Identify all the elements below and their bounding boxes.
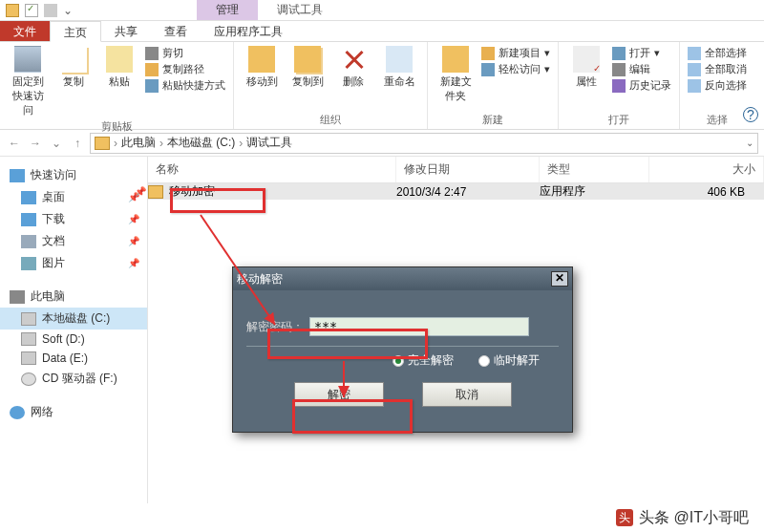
edit-button[interactable]: 编辑 xyxy=(612,62,671,76)
crumb-local-c[interactable]: 本地磁盘 (C:) xyxy=(167,135,235,151)
quick-access-toolbar: ⌄ xyxy=(0,4,82,17)
invert-selection-button[interactable]: 反向选择 xyxy=(688,78,747,93)
sidebar-item-soft-d[interactable]: Soft (D:) xyxy=(0,330,147,349)
file-row[interactable]: 📌 移动加密 2010/3/4 2:47 应用程序 406 KB xyxy=(148,183,764,200)
copy-path-button[interactable]: 复制路径 xyxy=(145,62,225,76)
chevron-down-icon: ▾ xyxy=(544,63,550,75)
group-new: 新建文件夹 新建项目▾ 轻松访问▾ 新建 xyxy=(428,42,559,129)
divider xyxy=(246,346,559,347)
pin-to-quick-access-button[interactable]: 固定到快速访问 xyxy=(8,46,48,117)
context-tabs: 管理 调试工具 xyxy=(197,0,342,20)
close-button[interactable]: ✕ xyxy=(551,271,568,287)
properties-qat-icon[interactable] xyxy=(25,4,38,17)
sidebar-item-label: 网络 xyxy=(31,404,53,420)
pin-icon xyxy=(14,46,41,73)
tab-file[interactable]: 文件 xyxy=(0,21,50,41)
breadcrumb[interactable]: › 此电脑 › 本地磁盘 (C:) › 调试工具 ⌄ xyxy=(90,133,758,154)
back-button[interactable]: ← xyxy=(6,135,23,152)
new-item-button[interactable]: 新建项目▾ xyxy=(481,46,550,60)
tab-view[interactable]: 查看 xyxy=(151,21,201,41)
sidebar-item-downloads[interactable]: 下载📌 xyxy=(0,208,147,230)
copy-to-button[interactable]: 复制到 xyxy=(287,46,328,89)
col-date[interactable]: 修改日期 xyxy=(396,157,540,182)
document-icon xyxy=(21,235,36,248)
scissors-icon xyxy=(145,47,159,60)
sidebar-item-data-e[interactable]: Data (E:) xyxy=(0,349,147,368)
group-clipboard: 固定到快速访问 复制 粘贴 剪切 复制路径 粘贴快捷方式 剪贴板 xyxy=(0,42,234,129)
sidebar-item-label: 桌面 xyxy=(42,189,65,205)
new-folder-icon xyxy=(442,46,469,73)
context-tab-manage[interactable]: 管理 xyxy=(197,0,258,20)
cut-button[interactable]: 剪切 xyxy=(145,46,225,60)
cancel-button[interactable]: 取消 xyxy=(422,382,512,407)
paste-button[interactable]: 粘贴 xyxy=(99,46,139,89)
sidebar-item-pictures[interactable]: 图片📌 xyxy=(0,252,147,274)
history-button[interactable]: 历史记录 xyxy=(612,78,671,93)
col-name[interactable]: 名称 xyxy=(148,157,396,182)
file-name: 移动加密 xyxy=(169,183,215,200)
sidebar-item-cd-f[interactable]: CD 驱动器 (F:) xyxy=(0,368,147,390)
move-to-button[interactable]: 移动到 xyxy=(242,46,282,89)
column-headers: 名称 修改日期 类型 大小 xyxy=(148,157,764,183)
radio-full-decrypt[interactable]: 完全解密 xyxy=(393,352,454,369)
toutiao-logo-icon: 头 xyxy=(616,509,633,526)
disk-icon xyxy=(21,312,36,326)
chevron-down-icon: ▾ xyxy=(654,47,660,59)
open-button[interactable]: 打开▾ xyxy=(612,46,671,60)
disk-icon xyxy=(21,351,36,365)
recent-locations-button[interactable]: ⌄ xyxy=(48,135,65,152)
sidebar-item-network[interactable]: 网络 xyxy=(0,401,147,423)
folder-icon[interactable] xyxy=(6,4,19,17)
sidebar-item-desktop[interactable]: 桌面📌 xyxy=(0,186,147,208)
up-button[interactable]: ↑ xyxy=(69,135,86,152)
file-type: 应用程序 xyxy=(540,183,649,200)
qat-overflow-icon[interactable]: ⌄ xyxy=(63,4,76,17)
copy-icon xyxy=(60,46,87,73)
dialog-titlebar[interactable]: 移动解密 ✕ xyxy=(233,267,572,290)
help-icon[interactable]: ? xyxy=(743,107,758,122)
tab-home[interactable]: 主页 xyxy=(50,21,101,42)
radio-temp-open[interactable]: 临时解开 xyxy=(478,352,540,369)
sidebar-item-label: 本地磁盘 (C:) xyxy=(42,310,110,327)
download-icon xyxy=(21,213,36,226)
copy-to-icon xyxy=(294,46,321,73)
delete-button[interactable]: 删除 xyxy=(333,46,373,89)
select-none-button[interactable]: 全部取消 xyxy=(688,62,747,76)
copy-label: 复制 xyxy=(63,74,84,89)
shortcut-icon xyxy=(145,79,159,93)
desktop-icon xyxy=(21,191,36,204)
sidebar-item-this-pc[interactable]: 此电脑 xyxy=(0,286,147,308)
network-icon xyxy=(10,406,25,419)
group-label: 选择 xyxy=(707,113,728,127)
watermark: 头 头条 @IT小哥吧 xyxy=(0,503,764,532)
sidebar-item-local-c[interactable]: 本地磁盘 (C:) xyxy=(0,308,147,330)
sidebar-item-label: 图片 xyxy=(42,255,65,271)
forward-button[interactable]: → xyxy=(27,135,44,152)
new-item-label: 新建项目 xyxy=(499,46,541,60)
col-size[interactable]: 大小 xyxy=(649,157,764,182)
rename-button[interactable]: 重命名 xyxy=(379,46,419,89)
navigation-pane: 快速访问 桌面📌 下载📌 文档📌 图片📌 此电脑 本地磁盘 (C:) Soft … xyxy=(0,157,148,503)
sidebar-item-documents[interactable]: 文档📌 xyxy=(0,230,147,252)
select-all-button[interactable]: 全部选择 xyxy=(688,46,747,60)
star-icon xyxy=(10,169,25,182)
tab-app-tools[interactable]: 应用程序工具 xyxy=(201,21,296,41)
crumb-folder[interactable]: 调试工具 xyxy=(246,135,292,151)
col-type[interactable]: 类型 xyxy=(540,157,649,182)
sidebar-item-quick-access[interactable]: 快速访问 xyxy=(0,164,147,186)
move-icon xyxy=(248,46,275,73)
paste-shortcut-button[interactable]: 粘贴快捷方式 xyxy=(145,78,225,93)
password-input[interactable] xyxy=(309,317,529,336)
radio-icon xyxy=(478,355,490,367)
select-none-label: 全部取消 xyxy=(705,62,747,76)
crumb-this-pc[interactable]: 此电脑 xyxy=(121,135,156,151)
chevron-down-icon[interactable]: ⌄ xyxy=(746,138,753,148)
pin-icon: 📌 xyxy=(128,258,139,268)
decrypt-button[interactable]: 解密 xyxy=(294,382,384,407)
easy-access-button[interactable]: 轻松访问▾ xyxy=(481,62,550,76)
new-folder-button[interactable]: 新建文件夹 xyxy=(435,46,476,103)
properties-button[interactable]: 属性 xyxy=(566,46,606,89)
copy-button[interactable]: 复制 xyxy=(53,46,94,89)
move-label: 移动到 xyxy=(246,74,278,89)
tab-share[interactable]: 共享 xyxy=(101,21,151,41)
